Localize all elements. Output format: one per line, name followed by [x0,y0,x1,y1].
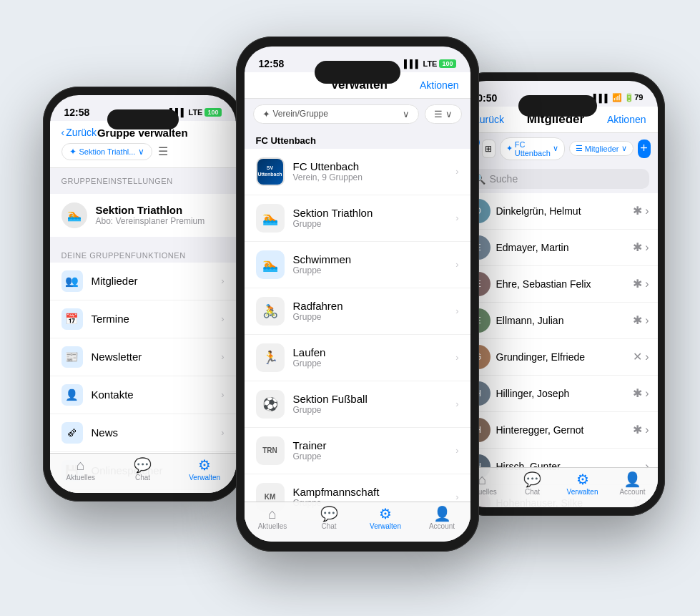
time-left: 12:58 [64,107,90,118]
member-item[interactable]: E Ellmann, Julian ✱ › [458,303,658,339]
group-list-item[interactable]: 🏊 Schwimmen Gruppe › [245,242,470,288]
soccer-logo: ⚽ [256,390,285,419]
tab-bar-left: ⌂ Aktuelles 💬 Chat ⚙ Verwalten [50,453,236,493]
tab-account-right[interactable]: 👤 Account [608,472,658,496]
tab-verwalten-left[interactable]: ⚙ Verwalten [174,458,236,481]
member-list: D Dinkelgrün, Helmut ✱ › E Edmayer, Mart… [458,193,658,507]
list-item[interactable]: 👤 Kontakte › [50,376,236,414]
group-list-center: SVUttenbach FC Uttenbach Verein, 9 Grupp… [245,149,470,521]
add-member-btn[interactable]: + [638,140,651,158]
chat-label-center: Chat [321,522,336,530]
filter-bar-center: ✦ Verein/Gruppe ∨ ☰ ∨ [245,99,470,129]
group-settings-header: Gruppeneinstellungen [50,168,236,188]
filter-icon-dropdown[interactable]: ☰ ∨ [425,104,462,124]
member-item[interactable]: E Ehre, Sebastian Felix ✱ › [458,266,658,303]
list-item-news[interactable]: 🗞 News › [50,414,236,452]
group-list-item[interactable]: TRN Trainer Gruppe › [245,428,470,474]
action-btn-center[interactable]: Aktionen [420,79,458,91]
news-label: News [92,426,213,439]
member-item[interactable]: G Grundinger, Elfriede ✕ › [458,339,658,376]
tab-bar-center: ⌂ Aktuelles 💬 Chat ⚙ Verwalten 👤 Account [245,502,470,542]
action-btn-right[interactable]: Aktionen [607,114,646,125]
phone-left-screen: 12:58 ▌▌▌ LTE 100 ‹ Zurück Gruppe verwal… [50,95,236,493]
layers-icon-btn[interactable]: ⊞ [482,140,496,158]
fc-logo: SVUttenbach [256,157,285,186]
back-btn-left[interactable]: ‹ Zurück [61,127,97,138]
phone-center-screen: 12:58 ▌▌▌ LTE 100 Verwalten Aktionen ✦ [245,47,470,542]
search-bar-right[interactable]: 🔍 Suche [466,169,649,189]
member-item[interactable]: D Dinkelgrün, Helmut ✱ › [458,193,658,230]
group-list-item[interactable]: ⚽ Sektion Fußball Gruppe › [245,381,470,428]
run-logo: 🏃 [256,343,285,372]
list-item[interactable]: 📅 Termine › [50,300,236,338]
swim-logo: 🏊 [256,250,285,279]
group-list-item[interactable]: 🏃 Laufen Gruppe › [245,335,470,381]
member-item[interactable]: E Edmayer, Martin ✱ › [458,230,658,266]
tab-verwalten-right[interactable]: ⚙ Verwalten [558,472,608,496]
tab-account-center[interactable]: 👤 Account [414,507,470,530]
signal-icons-right: ▌▌▌ 📶 🔋79 [593,93,644,102]
phone-right-screen: 10:50 ▌▌▌ 📶 🔋79 ‹ Zurück Mitglieder Akti… [458,81,658,507]
group-list-item[interactable]: SVUttenbach FC Uttenbach Verein, 9 Grupp… [245,149,470,195]
triathlon-logo: 🏊 [256,204,285,233]
group-sub-left: Abo: Vereinsplaner Premium [96,216,205,226]
group-list-item[interactable]: 🏊 Sektion Triathlon Gruppe › [245,195,470,242]
group-name-left: Sektion Triathlon [96,204,205,216]
dynamic-island-left [107,109,179,129]
group-card-left: 🏊 Sektion Triathlon Abo: Vereinsplaner P… [50,194,236,237]
filter-chip-left[interactable]: ✦ Sektion Triathl... ∨ [61,143,153,160]
fc-uttenbach-chip[interactable]: ✦ FC Uttenbach ∨ [500,137,565,160]
lte-badge-left: 100 [204,108,221,117]
phone-left: 12:58 ▌▌▌ LTE 100 ‹ Zurück Gruppe verwal… [43,87,243,502]
dynamic-island-center [315,61,400,84]
list-item[interactable]: 👥 Mitglieder › [50,263,236,300]
tab-bar-right: ⌂ Aktuelles 💬 Chat ⚙ Verwalten 👤 Account [458,467,658,507]
triathlon-avatar: 🏊 [61,202,87,228]
dynamic-island-right [518,95,597,117]
member-filter-row: ☰ 1 ⊞ ✦ FC Uttenbach ∨ ☰ Mitglieder ∨ + [458,133,658,165]
trainer-logo: TRN [256,436,285,465]
member-item[interactable]: H Hinteregger, Gernot ✱ › [458,412,658,449]
phone-center: 12:58 ▌▌▌ LTE 100 Verwalten Aktionen ✦ [236,36,479,552]
tab-chat-left[interactable]: 💬 Chat [112,458,174,481]
tab-chat-center[interactable]: 💬 Chat [301,507,358,530]
list-item[interactable]: 📰 Newsletter › [50,338,236,376]
mitglieder-chip[interactable]: ☰ Mitglieder ∨ [569,141,634,156]
functions-header: Deine Gruppenfunktionen [50,243,236,263]
tab-chat-right[interactable]: 💬 Chat [508,472,558,496]
tab-aktuelles-center[interactable]: ⌂ Aktuelles [245,507,301,530]
tab-verwalten-center[interactable]: ⚙ Verwalten [358,507,414,530]
time-center: 12:58 [259,58,285,69]
phone-right: 10:50 ▌▌▌ 📶 🔋79 ‹ Zurück Mitglieder Akti… [450,72,665,516]
member-item[interactable]: H Hillinger, Joseph ✱ › [458,376,658,412]
section-label-center: FC Uttenbach [245,129,470,149]
tab-aktuelles-left[interactable]: ⌂ Aktuelles [50,458,112,481]
group-list-item[interactable]: 🚴 Radfahren Gruppe › [245,288,470,335]
bike-logo: 🚴 [256,297,285,326]
verein-gruppe-dropdown[interactable]: ✦ Verein/Gruppe ∨ [253,104,419,124]
signal-icons-center: ▌▌▌ LTE 100 [404,59,455,68]
phones-container: 12:58 ▌▌▌ LTE 100 ‹ Zurück Gruppe verwal… [29,15,672,602]
lte-badge-center: 100 [439,59,455,68]
